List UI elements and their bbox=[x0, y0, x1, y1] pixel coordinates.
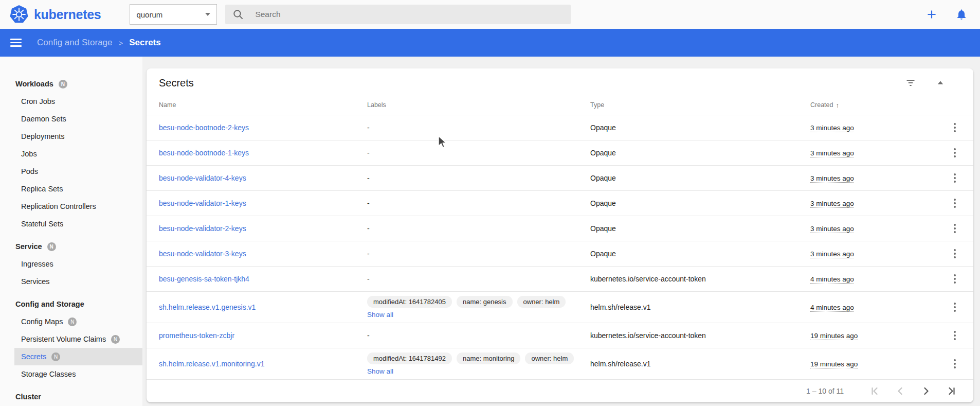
new-badge: N bbox=[51, 352, 60, 361]
namespace-value: quorum bbox=[136, 10, 162, 19]
column-header-type[interactable]: Type bbox=[590, 101, 810, 109]
row-menu-button[interactable] bbox=[952, 171, 958, 185]
row-menu-button[interactable] bbox=[952, 146, 958, 160]
panel-tools bbox=[904, 77, 961, 89]
collapse-button[interactable] bbox=[934, 77, 947, 89]
app-shell: WorkloadsNCron JobsDaemon SetsDeployment… bbox=[0, 57, 980, 406]
created-value[interactable]: 3 minutes ago bbox=[810, 200, 854, 208]
breadcrumb-parent[interactable]: Config and Storage bbox=[37, 38, 113, 48]
filter-button[interactable] bbox=[904, 77, 917, 89]
secret-name-link[interactable]: sh.helm.release.v1.genesis.v1 bbox=[159, 303, 256, 311]
created-value[interactable]: 19 minutes ago bbox=[810, 332, 858, 340]
created-value[interactable]: 3 minutes ago bbox=[810, 124, 854, 132]
sidebar-section-service[interactable]: ServiceN bbox=[0, 238, 142, 255]
first-page-button[interactable] bbox=[868, 385, 881, 397]
sidebar-item-replication-controllers[interactable]: Replication Controllers bbox=[14, 198, 142, 215]
brand-title: kubernetes bbox=[34, 7, 101, 22]
row-menu-button[interactable] bbox=[952, 121, 958, 134]
notifications-button[interactable] bbox=[954, 7, 969, 22]
type-value: Opaque bbox=[590, 149, 616, 157]
next-page-button[interactable] bbox=[920, 385, 932, 397]
labels-cell: - bbox=[367, 331, 590, 340]
secret-name-link[interactable]: besu-node-validator-2-keys bbox=[159, 224, 246, 233]
menu-button[interactable] bbox=[10, 39, 23, 47]
secret-name-link[interactable]: besu-genesis-sa-token-tjkh4 bbox=[159, 275, 249, 283]
secret-name-link[interactable]: besu-node-bootnode-2-keys bbox=[159, 123, 249, 132]
label-chip: owner: helm bbox=[517, 296, 566, 308]
type-value: kubernetes.io/service-account-token bbox=[590, 331, 706, 340]
secret-name-link[interactable]: sh.helm.release.v1.monitoring.v1 bbox=[159, 360, 264, 368]
created-value[interactable]: 3 minutes ago bbox=[810, 225, 854, 233]
secret-name-link[interactable]: prometheus-token-zcbjr bbox=[159, 331, 234, 340]
sidebar-item-label: Stateful Sets bbox=[21, 220, 63, 228]
name-cell: besu-node-validator-3-keys bbox=[159, 250, 367, 258]
sidebar-item-deployments[interactable]: Deployments bbox=[14, 128, 142, 145]
last-page-button[interactable] bbox=[946, 385, 958, 397]
name-cell: besu-node-bootnode-1-keys bbox=[159, 149, 367, 157]
row-menu-button[interactable] bbox=[952, 247, 958, 260]
new-badge: N bbox=[59, 80, 67, 89]
column-header-name[interactable]: Name bbox=[159, 101, 367, 109]
sidebar-section-workloads[interactable]: WorkloadsN bbox=[0, 75, 142, 93]
kebab-dot-icon bbox=[954, 202, 956, 204]
kebab-dot-icon bbox=[954, 181, 956, 183]
sidebar-item-label: Jobs bbox=[21, 150, 37, 158]
sidebar-item-jobs[interactable]: Jobs bbox=[14, 145, 142, 163]
table-row: sh.helm.release.v1.monitoring.v1modified… bbox=[147, 348, 973, 379]
row-menu-button[interactable] bbox=[952, 222, 958, 235]
secret-name-link[interactable]: besu-node-validator-4-keys bbox=[159, 174, 246, 182]
type-value: Opaque bbox=[590, 250, 616, 258]
created-cell: 19 minutes ago bbox=[810, 360, 936, 368]
name-cell: besu-node-bootnode-2-keys bbox=[159, 123, 367, 132]
create-resource-button[interactable] bbox=[924, 7, 939, 22]
column-header-created[interactable]: Created↑ bbox=[810, 101, 936, 109]
pagination: 1 – 10 of 11 bbox=[147, 379, 973, 402]
row-menu-button[interactable] bbox=[952, 329, 958, 342]
sidebar-section-cluster[interactable]: Cluster bbox=[0, 388, 142, 405]
created-value[interactable]: 19 minutes ago bbox=[810, 360, 858, 368]
sidebar-item-storage-classes[interactable]: Storage Classes bbox=[14, 365, 142, 383]
row-menu-button[interactable] bbox=[952, 197, 958, 210]
created-value[interactable]: 3 minutes ago bbox=[810, 174, 854, 183]
sidebar-item-secrets[interactable]: SecretsN bbox=[14, 348, 142, 365]
namespace-selector[interactable]: quorum bbox=[130, 4, 217, 25]
kubernetes-logo[interactable]: kubernetes bbox=[9, 5, 101, 24]
sidebar-item-config-maps[interactable]: Config MapsN bbox=[14, 313, 142, 330]
secret-name-link[interactable]: besu-node-validator-1-keys bbox=[159, 199, 246, 207]
secret-name-link[interactable]: besu-node-bootnode-1-keys bbox=[159, 149, 249, 157]
sidebar-item-stateful-sets[interactable]: Stateful Sets bbox=[14, 215, 142, 233]
sidebar-item-pods[interactable]: Pods bbox=[14, 163, 142, 180]
labels-cell: - bbox=[367, 250, 590, 258]
type-cell: Opaque bbox=[590, 199, 810, 207]
column-header-labels[interactable]: Labels bbox=[367, 101, 590, 109]
created-value[interactable]: 4 minutes ago bbox=[810, 304, 854, 312]
table-row: besu-node-validator-3-keys-Opaque3 minut… bbox=[147, 241, 973, 266]
show-all-link[interactable]: Show all bbox=[367, 311, 393, 319]
secret-name-link[interactable]: besu-node-validator-3-keys bbox=[159, 250, 246, 258]
kebab-dot-icon bbox=[954, 331, 956, 333]
sidebar-item-ingresses[interactable]: Ingresses bbox=[14, 255, 142, 273]
row-menu-button[interactable] bbox=[952, 272, 958, 286]
row-menu-button[interactable] bbox=[952, 357, 958, 370]
kebab-dot-icon bbox=[954, 281, 956, 284]
sidebar-item-cron-jobs[interactable]: Cron Jobs bbox=[14, 93, 142, 110]
created-value[interactable]: 3 minutes ago bbox=[810, 149, 854, 157]
sidebar-item-persistent-volume-claims[interactable]: Persistent Volume ClaimsN bbox=[14, 330, 142, 348]
search-bar[interactable] bbox=[225, 5, 571, 24]
row-menu-button[interactable] bbox=[952, 301, 958, 314]
labels-cell: - bbox=[367, 174, 590, 182]
created-value[interactable]: 3 minutes ago bbox=[810, 250, 854, 258]
search-input[interactable] bbox=[255, 10, 564, 19]
sidebar-item-services[interactable]: Services bbox=[14, 273, 142, 290]
column-header-label: Type bbox=[590, 101, 604, 109]
plus-icon bbox=[925, 8, 938, 21]
previous-page-button[interactable] bbox=[894, 385, 906, 397]
sidebar-section-config-and-storage[interactable]: Config and Storage bbox=[0, 295, 142, 313]
created-value[interactable]: 4 minutes ago bbox=[810, 275, 854, 284]
sidebar-item-daemon-sets[interactable]: Daemon Sets bbox=[14, 110, 142, 128]
labels-cell: modifiedAt: 1641781492name: monitoringow… bbox=[367, 352, 590, 375]
show-all-link[interactable]: Show all bbox=[367, 367, 393, 375]
sidebar-item-replica-sets[interactable]: Replica Sets bbox=[14, 180, 142, 198]
row-actions bbox=[936, 301, 973, 314]
sidebar-item-label: Daemon Sets bbox=[21, 115, 66, 123]
